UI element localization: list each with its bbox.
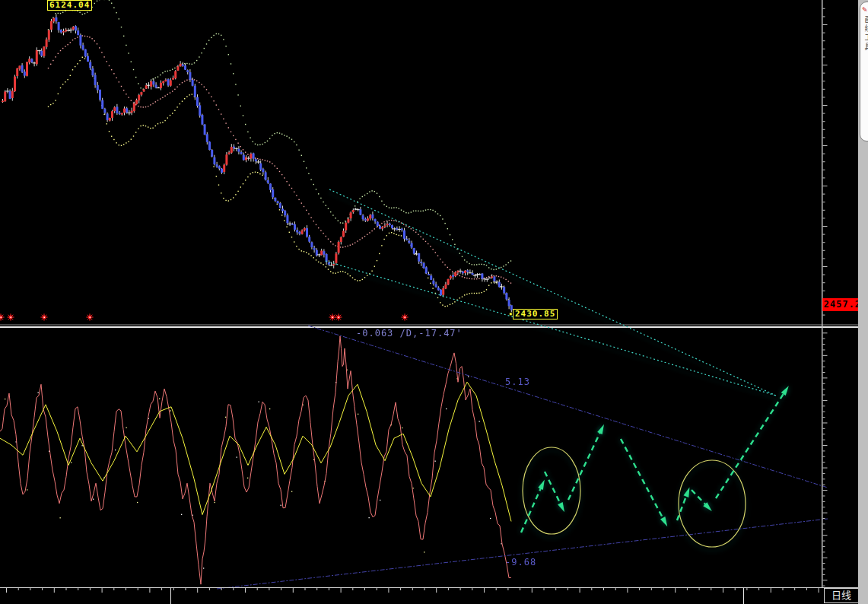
drawing-tools-label: 画线工具 (862, 15, 868, 52)
peak-price-label: 6124.04 (47, 0, 92, 11)
pen-icon: ✎ (862, 5, 868, 15)
support-value-label: -9.68 (505, 557, 536, 567)
last-low-price-label: 2430.85 (513, 309, 558, 319)
oscillator-value-readout: -0.063 /D,-17.47' (356, 328, 463, 339)
stock-chart-window: 6124.04 2430.85 600055005000450040003500… (0, 0, 868, 604)
right-scrollbar[interactable]: ✎ 画线工具 (858, 0, 868, 604)
period-daily-selector[interactable]: 日线 (824, 588, 859, 603)
chart-canvas[interactable] (0, 0, 868, 604)
resistance-value-label: 5.13 (505, 377, 530, 387)
current-price-badge: 2457.20 (822, 298, 860, 311)
drawing-tools-tab[interactable]: ✎ 画线工具 (860, 2, 868, 141)
